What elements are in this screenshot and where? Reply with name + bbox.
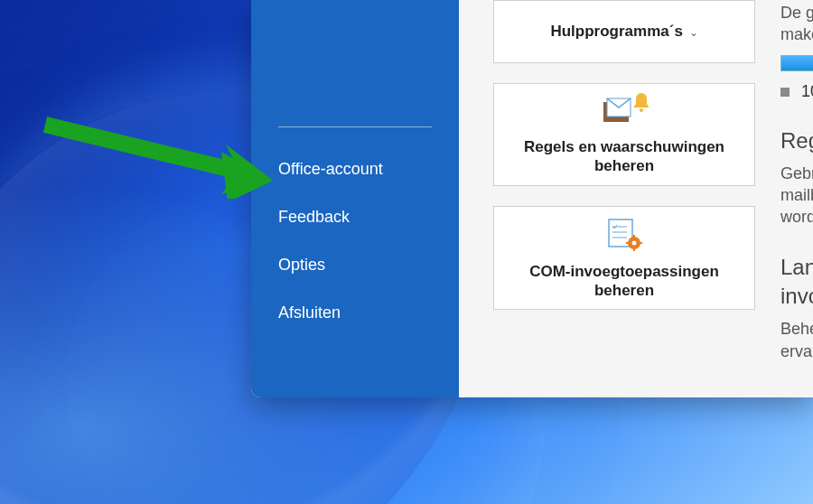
chevron-down-icon: ⌄ (689, 26, 698, 39)
progress-chip (780, 55, 813, 71)
info-column: De gro maker 10 Rege Gebru mailbe worde … (780, 0, 813, 397)
text-fragment: Gebru (780, 163, 813, 184)
tile-label: COM-invoegtoepassingen beheren (505, 262, 743, 301)
backstage-sidebar: Office-account Feedback Opties Afsluiten (251, 0, 459, 397)
text-fragment: maker (780, 23, 813, 45)
text-fragment: De gro (780, 2, 813, 23)
tile-regels-en-waarschuwingen[interactable]: Regels en waarschuwingen beheren (493, 83, 755, 186)
svg-point-8 (632, 240, 637, 245)
svg-rect-10 (633, 248, 635, 251)
section-heading: Rege (780, 128, 813, 154)
svg-rect-11 (626, 242, 629, 244)
backstage-main: Hulpprogramma´s ⌄ Regels en waarschuwing… (459, 0, 813, 397)
svg-rect-9 (633, 235, 635, 238)
tile-label: Regels en waarschuwingen beheren (505, 137, 743, 176)
bullet-icon (780, 88, 790, 97)
text-fragment: mailbe (780, 184, 813, 206)
sidebar-item-afsluiten[interactable]: Afsluiten (278, 289, 432, 337)
sidebar-divider (278, 126, 432, 127)
sidebar-item-feedback[interactable]: Feedback (278, 193, 432, 241)
svg-rect-12 (640, 242, 642, 244)
section-heading: Lang (780, 255, 813, 280)
sidebar-item-opties[interactable]: Opties (278, 241, 432, 289)
tile-label: Hulpprogramma´s (550, 23, 682, 40)
rules-alerts-icon (600, 93, 649, 132)
tile-column: Hulpprogramma´s ⌄ Regels en waarschuwing… (493, 0, 755, 397)
section-heading: invoe (780, 284, 813, 309)
outlook-backstage-window: Office-account Feedback Opties Afsluiten… (251, 0, 813, 397)
text-fragment: ervari (780, 341, 813, 362)
com-addins-icon (603, 216, 645, 257)
sidebar-item-office-account[interactable]: Office-account (278, 145, 432, 193)
text-fragment: worde (780, 206, 813, 228)
tile-com-invoegtoepassingen[interactable]: COM-invoegtoepassingen beheren (493, 206, 755, 311)
sidebar-spacer (278, 0, 432, 126)
text-fragment: 10 (801, 82, 813, 100)
tile-hulpprogrammas[interactable]: Hulpprogramma´s ⌄ (493, 0, 755, 63)
text-fragment: Behee (780, 318, 813, 340)
svg-point-0 (640, 108, 643, 112)
